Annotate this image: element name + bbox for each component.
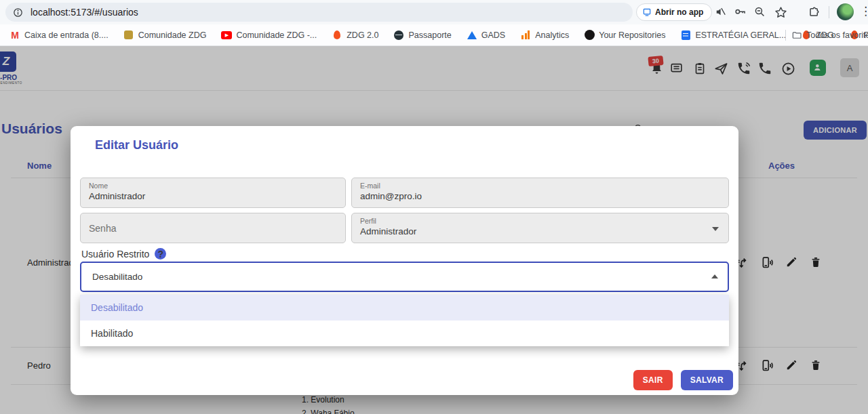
triangle-icon	[467, 30, 477, 41]
toolbar-separator	[829, 6, 829, 18]
chevron-up-icon	[711, 274, 718, 278]
bookmark-star-icon[interactable]	[773, 5, 788, 20]
restricted-user-select[interactable]: Desabilitado	[80, 262, 729, 292]
restricted-user-dropdown: Desabilitado Habilitado	[80, 295, 729, 346]
dropdown-option-habilitado[interactable]: Habilitado	[80, 320, 729, 346]
restricted-user-row: Usuário Restrito ?	[81, 248, 166, 260]
passkey-icon[interactable]	[733, 5, 748, 20]
email-field[interactable]: E-mail admin@zpro.io	[351, 178, 729, 208]
browser-profile-avatar[interactable]	[837, 3, 854, 20]
dropdown-option-desabilitado[interactable]: Desabilitado	[80, 295, 729, 320]
bookmark-gads[interactable]: GADS	[467, 30, 505, 41]
globe-icon	[393, 30, 404, 41]
site-info-icon[interactable]	[12, 7, 24, 18]
youtube-icon: ▶	[221, 30, 232, 41]
password-field-placeholder: Senha	[89, 223, 116, 234]
name-field-value: Administrador	[89, 191, 337, 201]
email-field-label: E-mail	[360, 182, 720, 190]
zoom-out-icon[interactable]	[753, 5, 768, 20]
browser-toolbar: localhost:5173/#/usuarios Abrir no app ⋮	[0, 0, 868, 24]
flame-icon	[332, 30, 342, 41]
profile-field-label: Perfil	[360, 217, 720, 225]
bookmark-estrategia[interactable]: ESTRATÉGIA GERAL...	[680, 30, 786, 41]
open-in-app-button[interactable]: Abrir no app	[636, 3, 712, 21]
modal-footer: SAIR SALVAR	[633, 370, 733, 390]
gmail-icon: M	[9, 30, 20, 41]
chevron-down-icon	[712, 227, 719, 231]
document-icon	[680, 30, 691, 41]
name-field[interactable]: Nome Administrador	[80, 178, 346, 208]
restricted-user-label: Usuário Restrito	[81, 249, 149, 260]
bookmark-repositories[interactable]: Your Repositories	[584, 30, 665, 41]
name-field-label: Nome	[89, 182, 337, 190]
profile-field-value: Administrador	[360, 226, 720, 236]
app-window-icon	[642, 7, 652, 17]
folder-icon	[791, 30, 802, 41]
bookmark-gmail[interactable]: MCaixa de entrada (8....	[9, 30, 108, 41]
edit-user-modal: Editar Usuário Nome Administrador E-mail…	[71, 126, 738, 395]
bookmark-comunidade-zdg[interactable]: Comunidade ZDG	[123, 30, 207, 41]
modal-title: Editar Usuário	[95, 138, 178, 152]
open-in-app-label: Abrir no app	[655, 7, 703, 17]
bookmarks-separator	[785, 30, 786, 41]
save-button[interactable]: SALVAR	[681, 370, 733, 390]
email-field-value: admin@zpro.io	[360, 191, 720, 201]
restricted-user-select-value: Desabilitado	[92, 272, 142, 282]
bar-chart-icon	[520, 30, 531, 41]
exit-button[interactable]: SAIR	[633, 370, 673, 390]
profile-select[interactable]: Perfil Administrador	[351, 213, 729, 243]
bookmark-passaporte[interactable]: Passaporte	[393, 30, 451, 41]
badge-icon	[123, 30, 134, 41]
address-bar[interactable]: localhost:5173/#/usuarios	[5, 3, 633, 22]
help-question-icon[interactable]: ?	[155, 248, 166, 260]
browser-window: localhost:5173/#/usuarios Abrir no app ⋮…	[0, 0, 868, 414]
bookmark-zdg-20[interactable]: ZDG 2.0	[332, 30, 378, 41]
bookmarks-bar: MCaixa de entrada (8.... Comunidade ZDG …	[0, 24, 868, 46]
browser-menu-icon[interactable]: ⋮	[860, 4, 868, 18]
bookmark-analytics[interactable]: Analytics	[520, 30, 569, 41]
url-text[interactable]: localhost:5173/#/usuarios	[31, 7, 138, 18]
all-bookmarks-folder[interactable]: Todos os favorito	[791, 30, 868, 41]
extensions-icon[interactable]	[806, 5, 821, 20]
mute-speaker-icon[interactable]	[713, 5, 728, 20]
bookmark-comunidade-zdg-yt[interactable]: ▶Comunidade ZDG -...	[221, 30, 317, 41]
github-icon	[584, 30, 595, 41]
password-field[interactable]: Senha	[80, 213, 346, 243]
